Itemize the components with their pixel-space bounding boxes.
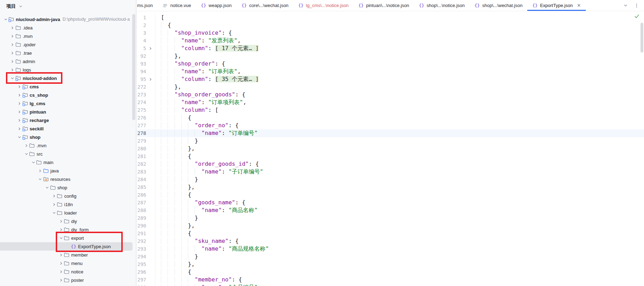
tree-item-resources[interactable]: resources: [0, 175, 133, 183]
line-number[interactable]: 287: [137, 199, 146, 206]
hidden-tabs-chevron-icon[interactable]: [622, 2, 629, 9]
line-number[interactable]: 93: [137, 60, 146, 68]
tree-item-shop[interactable]: shop: [0, 133, 133, 141]
chevron-down-icon[interactable]: [23, 151, 29, 157]
code-line-277[interactable]: 277 "order_no": {: [137, 122, 644, 129]
line-number[interactable]: 279: [137, 137, 146, 145]
chevron-right-icon[interactable]: [10, 50, 15, 56]
line-number[interactable]: 273: [137, 91, 146, 98]
code-line-95[interactable]: 95 "column": [ 35 个元素… ]: [137, 75, 644, 83]
tree-item-member[interactable]: member: [0, 251, 133, 259]
line-number[interactable]: 272: [137, 83, 146, 91]
line-number[interactable]: 293: [137, 245, 146, 253]
code-line-276[interactable]: 276 {: [137, 114, 644, 122]
code-line-92[interactable]: 92 },: [137, 52, 644, 60]
code-line-286[interactable]: 286 {: [137, 191, 644, 199]
chevron-down-icon[interactable]: [3, 16, 8, 22]
code-line-275[interactable]: 275 "column": [: [137, 106, 644, 114]
tree-item-loader[interactable]: loader: [0, 209, 133, 217]
editor-scrollbar[interactable]: [640, 23, 643, 53]
line-number[interactable]: 277: [137, 122, 146, 129]
line-number[interactable]: 2: [137, 21, 146, 29]
chevron-right-icon[interactable]: [17, 117, 22, 123]
chevron-right-icon[interactable]: [17, 101, 22, 106]
chevron-right-icon[interactable]: [10, 59, 15, 64]
line-number[interactable]: 274: [137, 98, 146, 106]
line-number[interactable]: 92: [137, 52, 146, 60]
code-line-295[interactable]: 295 },: [137, 260, 644, 268]
line-number[interactable]: 291: [137, 230, 146, 237]
folded-region-badge[interactable]: [ 17 个元素… ]: [215, 45, 259, 52]
line-number[interactable]: 285: [137, 183, 146, 191]
tab-ms-json[interactable]: ms.json: [137, 0, 158, 11]
tree-item-idea[interactable]: .idea: [0, 23, 133, 32]
chevron-right-icon[interactable]: [58, 252, 64, 258]
project-view-selector[interactable]: 项目: [6, 2, 23, 10]
tree-item-cs-shop[interactable]: cs_shop: [0, 91, 133, 99]
line-number[interactable]: 295: [137, 260, 146, 268]
chevron-right-icon[interactable]: [38, 168, 43, 173]
code-editor[interactable]: 1[2 {3 "shop_invoice": {4 "name": "发票列表"…: [137, 11, 644, 286]
tree-item-diy[interactable]: diy: [0, 217, 133, 225]
tree-item-pintuan[interactable]: pintuan: [0, 108, 133, 116]
line-number[interactable]: 1: [137, 14, 146, 21]
chevron-right-icon[interactable]: [51, 202, 57, 207]
line-number[interactable]: 288: [137, 206, 146, 214]
chevron-down-icon[interactable]: [51, 210, 57, 216]
chevron-right-icon[interactable]: [58, 260, 64, 266]
tab-close-icon[interactable]: ✕: [577, 3, 581, 8]
code-line-288[interactable]: 288 "name": "商品名称": [137, 206, 644, 214]
chevron-right-icon[interactable]: [58, 269, 64, 274]
tree-item-qoder[interactable]: .qoder: [0, 40, 133, 49]
chevron-down-icon[interactable]: [10, 75, 15, 81]
chevron-right-icon[interactable]: [58, 218, 64, 224]
code-line-289[interactable]: 289 }: [137, 214, 644, 222]
code-line-1[interactable]: 1[: [137, 14, 644, 21]
inspection-check-icon[interactable]: [634, 14, 639, 20]
chevron-down-icon[interactable]: [30, 159, 36, 165]
tree-item-lg-cms[interactable]: lg_cms: [0, 99, 133, 108]
code-line-290[interactable]: 290 },: [137, 222, 644, 230]
chevron-right-icon[interactable]: [58, 227, 64, 232]
code-line-294[interactable]: 294 }: [137, 253, 644, 260]
code-line-293[interactable]: 293 "name": "商品规格名称": [137, 245, 644, 253]
line-number[interactable]: 95: [137, 75, 146, 83]
tab-shop-notice-json[interactable]: {}shop\...\notice.json: [414, 0, 469, 11]
tab-exporttype-json[interactable]: {}ExportType.json✕: [527, 0, 585, 11]
code-line-2[interactable]: 2 {: [137, 21, 644, 29]
line-number[interactable]: 292: [137, 237, 146, 245]
code-line-4[interactable]: 4 "name": "发票列表",: [137, 37, 644, 45]
chevron-down-icon[interactable]: [17, 134, 22, 140]
tree-item-admin[interactable]: admin: [0, 57, 133, 66]
tree-item-niucloud-addon[interactable]: niucloud-addon: [0, 74, 133, 82]
tab-shop-wechat-json[interactable]: {}shop\...\wechat.json: [470, 0, 528, 11]
tree-item-main[interactable]: main: [0, 158, 133, 166]
tab-options-kebab-icon[interactable]: [633, 2, 640, 9]
tree-item-recharge[interactable]: recharge: [0, 116, 133, 124]
tree-item-mvn[interactable]: .mvn: [0, 32, 133, 40]
code-line-279[interactable]: 279 }: [137, 137, 644, 145]
tab-notice-vue[interactable]: notice.vue: [158, 0, 196, 11]
line-number[interactable]: 94: [137, 68, 146, 75]
chevron-right-icon[interactable]: [23, 143, 29, 148]
line-number[interactable]: 296: [137, 268, 146, 276]
tree-item-trae[interactable]: .trae: [0, 49, 133, 57]
code-line-291[interactable]: 291 {: [137, 230, 644, 237]
line-number[interactable]: 282: [137, 160, 146, 168]
code-line-284[interactable]: 284 }: [137, 176, 644, 183]
line-number[interactable]: 276: [137, 114, 146, 122]
chevron-down-icon[interactable]: [58, 235, 64, 241]
folded-region-badge[interactable]: [ 35 个元素… ]: [215, 76, 259, 82]
tree-item-export[interactable]: export: [0, 234, 133, 242]
chevron-right-icon[interactable]: [17, 109, 22, 115]
line-number[interactable]: 5: [137, 45, 146, 52]
code-line-3[interactable]: 3 "shop_invoice": {: [137, 29, 644, 37]
project-tree-scrollbar[interactable]: [132, 14, 135, 120]
code-line-292[interactable]: 292 "sku_name": {: [137, 237, 644, 245]
tree-item-src[interactable]: src: [0, 150, 133, 158]
line-number[interactable]: 284: [137, 176, 146, 183]
fold-arrow-icon[interactable]: [146, 45, 155, 52]
tab-core-wechat-json[interactable]: {}core\...\wechat.json: [237, 0, 293, 11]
code-line-5[interactable]: 5 "column": [ 17 个元素… ]: [137, 45, 644, 52]
chevron-right-icon[interactable]: [10, 67, 15, 73]
